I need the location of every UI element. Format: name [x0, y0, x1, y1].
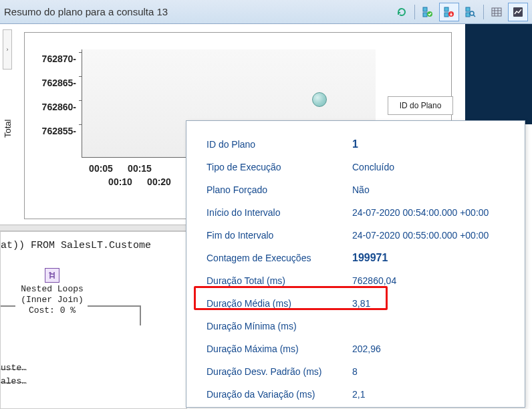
- tooltip-label: Fim do Intervalo: [207, 230, 352, 241]
- plan-truncated-2: ales…: [1, 376, 27, 386]
- tooltip-label: Duração Mínima (ms): [207, 321, 352, 331]
- tooltip-value: 8: [352, 366, 515, 377]
- y-tick: 762855-: [29, 119, 76, 143]
- tooltip-label: Contagem de Execuções: [207, 253, 352, 263]
- toolbar: [392, 3, 528, 21]
- tooltip-label: ID do Plano: [207, 139, 352, 150]
- detail-view-button[interactable]: [439, 3, 459, 21]
- nested-loops-icon: [45, 268, 59, 283]
- tooltip-value: 202,96: [352, 344, 515, 354]
- tooltip-row: Duração Total (ms)762860,04: [207, 269, 515, 292]
- x-tick: 00:20: [140, 176, 178, 187]
- tooltip-row: Fim do Intervalo24-07-2020 00:55:00.000 …: [207, 224, 515, 247]
- splitter[interactable]: [0, 225, 187, 231]
- legend: ID do Plano: [388, 96, 453, 115]
- tooltip-label: Início do Intervalo: [207, 207, 352, 218]
- tooltip-value: Concluído: [352, 162, 515, 172]
- x-tick: 00:10: [101, 176, 140, 187]
- sql-fragment: at)) FROM SalesLT.Custome: [1, 240, 151, 251]
- grid-down-icon: [444, 7, 454, 17]
- y-axis-label: Total: [3, 120, 13, 138]
- collapse-panel-button[interactable]: ›: [3, 29, 12, 70]
- tooltip-value: 2,1: [352, 389, 515, 400]
- y-tick: 762865-: [29, 71, 76, 95]
- tooltip-label: Tipo de Execução: [207, 162, 352, 172]
- tooltip-label: Duração Total (ms): [207, 275, 352, 286]
- y-axis-ticks: 762870- 762865- 762860- 762855-: [29, 47, 76, 143]
- desktop-background: [465, 24, 532, 124]
- data-point-plan-1[interactable]: [312, 92, 327, 107]
- tooltip-value: 24-07-2020 00:55:00.000 +00:00: [352, 230, 515, 241]
- tooltip-value: 199971: [352, 252, 515, 264]
- svg-rect-0: [423, 7, 427, 11]
- refresh-icon: [396, 7, 407, 17]
- tooltip-label: Duração Desv. Padrão (ms): [207, 366, 352, 377]
- tooltip-value: Não: [352, 184, 515, 195]
- plan-truncated-1: uste…: [1, 363, 27, 373]
- svg-line-9: [473, 15, 475, 17]
- table-icon: [491, 7, 502, 17]
- tooltip-value: 24-07-2020 00:54:00.000 +00:00: [352, 207, 515, 218]
- svg-rect-1: [423, 13, 427, 17]
- tooltip-value: 3,81: [352, 298, 515, 309]
- chart-view-button[interactable]: [508, 3, 528, 21]
- tooltip-row: Duração Mínima (ms): [207, 315, 515, 337]
- tooltip-row: Tipo de ExecuçãoConcluído: [207, 156, 515, 178]
- y-tick: 762870-: [29, 47, 76, 71]
- tooltip-value: 1: [352, 138, 515, 150]
- plan-node-nested-loops[interactable]: Nested Loops (Inner Join) Cost: 0 %: [15, 268, 89, 316]
- tooltip-row: Duração Desv. Padrão (ms)8: [207, 360, 515, 383]
- tooltip-label: Duração da Variação (ms): [207, 389, 352, 400]
- svg-rect-6: [466, 7, 470, 11]
- tooltip-row: Duração da Variação (ms)2,1: [207, 383, 515, 406]
- svg-rect-7: [466, 13, 470, 17]
- x-tick: 00:15: [120, 163, 159, 174]
- tooltip-value: 762860,04: [352, 275, 515, 286]
- tooltip-label: Duração Máxima (ms): [207, 344, 352, 354]
- tooltip-row: Início do Intervalo24-07-2020 00:54:00.0…: [207, 201, 515, 224]
- plan-node-subtitle: (Inner Join): [15, 295, 89, 305]
- svg-rect-3: [444, 7, 448, 11]
- tooltip-row: Duração Média (ms)3,81: [207, 292, 515, 315]
- grid-check-icon: [422, 7, 433, 17]
- svg-rect-4: [444, 13, 448, 17]
- tooltip-row: Contagem de Execuções199971: [207, 247, 515, 269]
- track-query-button[interactable]: [418, 3, 438, 21]
- compare-button[interactable]: [460, 3, 481, 21]
- tooltip-label: Plano Forçado: [207, 184, 352, 195]
- grid-view-button[interactable]: [487, 3, 507, 21]
- summary-title: Resumo do plano para a consulta 13: [4, 6, 168, 17]
- tooltip-row: Duração Máxima (ms)202,96: [207, 337, 515, 360]
- refresh-button[interactable]: [392, 3, 412, 21]
- plan-node-title: Nested Loops: [15, 284, 89, 295]
- summary-titlebar: Resumo do plano para a consulta 13: [0, 0, 532, 24]
- chart-icon: [513, 7, 523, 17]
- y-tick: 762860-: [29, 95, 76, 119]
- tooltip-row: ID do Plano1: [207, 133, 515, 156]
- tooltip-row: Plano ForçadoNão: [207, 178, 515, 201]
- tooltip-label: Duração Média (ms): [207, 298, 352, 309]
- execution-plan-pane[interactable]: at)) FROM SalesLT.Custome Nested Loops (…: [0, 231, 187, 409]
- plan-tooltip: ID do Plano1Tipo de ExecuçãoConcluídoPla…: [186, 120, 525, 408]
- grid-search-icon: [465, 7, 476, 17]
- x-tick: 00:05: [82, 163, 120, 174]
- plan-node-cost: Cost: 0 %: [15, 305, 89, 316]
- svg-rect-10: [492, 8, 501, 16]
